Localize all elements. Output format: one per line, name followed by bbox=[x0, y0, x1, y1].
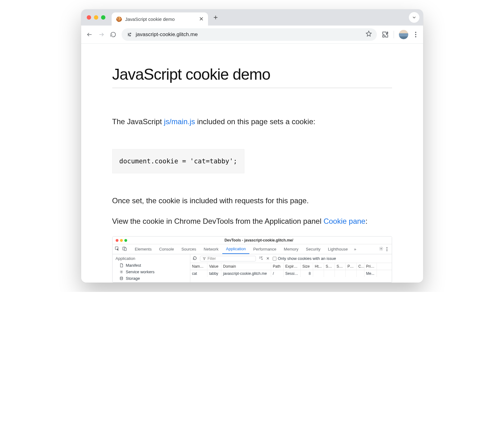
tab-close-button[interactable]: ✕ bbox=[199, 16, 204, 22]
devtools-tab-memory[interactable]: Memory bbox=[280, 244, 302, 254]
devtools-minimize-button[interactable] bbox=[120, 239, 123, 242]
cell-expires: Session bbox=[284, 270, 301, 277]
extensions-button[interactable] bbox=[382, 31, 389, 38]
col-expires[interactable]: Expires /... bbox=[284, 263, 301, 270]
refresh-cookies-button[interactable] bbox=[193, 256, 197, 261]
page-title: JavaScript cookie demo bbox=[112, 65, 392, 83]
tab-overflow-button[interactable] bbox=[409, 12, 419, 23]
devtools-tab-elements[interactable]: Elements bbox=[131, 244, 155, 254]
col-value[interactable]: Value bbox=[207, 263, 221, 270]
col-size[interactable]: Size bbox=[301, 263, 313, 270]
svg-point-1 bbox=[128, 34, 129, 35]
svg-point-0 bbox=[130, 33, 131, 34]
devtools-tab-network[interactable]: Network bbox=[200, 244, 222, 254]
code-block: document.cookie = 'cat=tabby'; bbox=[112, 149, 244, 173]
checkbox-label: Only show cookies with an issue bbox=[278, 256, 336, 261]
col-path[interactable]: Path bbox=[271, 263, 284, 270]
svg-point-2 bbox=[129, 35, 130, 36]
svg-point-7 bbox=[121, 271, 122, 272]
devtools-sidebar: Application Manifest Service workers Sto… bbox=[113, 254, 190, 282]
inspect-icon[interactable] bbox=[115, 246, 119, 252]
devtools-tabbar: Elements Console Sources Network Applica… bbox=[113, 244, 392, 254]
file-icon bbox=[119, 263, 123, 267]
url-text: javascript-cookie.glitch.me bbox=[136, 31, 362, 38]
col-name[interactable]: Name ▲ bbox=[190, 263, 207, 270]
divider bbox=[112, 88, 392, 88]
chrome-menu-button[interactable] bbox=[413, 30, 418, 39]
site-settings-icon[interactable] bbox=[127, 32, 132, 37]
devtools-tab-performance[interactable]: Performance bbox=[249, 244, 280, 254]
arrow-right-icon bbox=[98, 31, 104, 38]
only-issue-checkbox[interactable]: Only show cookies with an issue bbox=[273, 256, 336, 261]
devtools-tab-application[interactable]: Application bbox=[222, 244, 250, 254]
col-secure[interactable]: Se... bbox=[324, 263, 335, 270]
new-tab-button[interactable]: + bbox=[211, 12, 220, 23]
tab-strip: 🍪 JavaScript cookie demo ✕ + bbox=[81, 9, 423, 26]
devtools-tab-security[interactable]: Security bbox=[302, 244, 324, 254]
sidebar-item-manifest[interactable]: Manifest bbox=[116, 262, 187, 269]
table-row[interactable]: cat tabby javascript-cookie.glitch.me / … bbox=[190, 270, 392, 277]
browser-toolbar: javascript-cookie.glitch.me bbox=[81, 26, 423, 44]
reload-button[interactable] bbox=[110, 31, 117, 38]
sidebar-label: Storage bbox=[126, 276, 140, 281]
cell-value: tabby bbox=[207, 270, 221, 277]
cell-domain: javascript-cookie.glitch.me bbox=[221, 270, 271, 277]
devtools-main: Filter ✕ Only show cookies with an issue bbox=[190, 254, 392, 282]
back-button[interactable] bbox=[86, 31, 93, 38]
bookmark-button[interactable] bbox=[366, 30, 372, 38]
sidebar-item-storage[interactable]: Storage bbox=[116, 275, 187, 282]
text: : bbox=[365, 217, 368, 225]
mainjs-link[interactable]: js/main.js bbox=[164, 117, 195, 126]
clear-filter-button[interactable] bbox=[259, 256, 263, 261]
address-bar[interactable]: javascript-cookie.glitch.me bbox=[122, 28, 377, 41]
minimize-window-button[interactable] bbox=[94, 15, 98, 20]
paragraph-2: Once set, the cookie is included with re… bbox=[112, 195, 392, 206]
devtools-menu-button[interactable] bbox=[385, 247, 389, 251]
col-samesite[interactable]: Sa... bbox=[335, 263, 346, 270]
devtools-settings-button[interactable] bbox=[378, 246, 385, 252]
cell-secure bbox=[324, 270, 335, 277]
cell-partition bbox=[346, 270, 357, 277]
devtools-more-tabs[interactable]: » bbox=[351, 247, 358, 251]
col-priority[interactable]: Prio... bbox=[364, 263, 377, 270]
chevron-down-icon bbox=[412, 15, 417, 20]
svg-rect-5 bbox=[124, 248, 126, 251]
text: included on this page sets a cookie: bbox=[195, 117, 315, 126]
devtools-tab-console[interactable]: Console bbox=[155, 244, 178, 254]
devtools-traffic-lights bbox=[116, 239, 127, 242]
cell-size: 8 bbox=[301, 270, 313, 277]
devtools-close-button[interactable] bbox=[116, 239, 118, 242]
device-toggle-icon[interactable] bbox=[123, 246, 127, 252]
paragraph-3: View the cookie in Chrome DevTools from … bbox=[112, 216, 392, 227]
table-header: Name ▲ Value Domain Path Expires /... Si… bbox=[190, 263, 392, 270]
col-domain[interactable]: Domain bbox=[221, 263, 271, 270]
svg-point-8 bbox=[120, 277, 123, 278]
page-viewport: JavaScript cookie demo The JavaScript js… bbox=[81, 44, 423, 283]
arrow-left-icon bbox=[86, 31, 93, 38]
devtools-tab-lighthouse[interactable]: Lighthouse bbox=[324, 244, 352, 254]
maximize-window-button[interactable] bbox=[101, 15, 105, 20]
sidebar-label: Manifest bbox=[126, 263, 141, 268]
cookies-table: Name ▲ Value Domain Path Expires /... Si… bbox=[190, 263, 392, 282]
cell-path: / bbox=[271, 270, 284, 277]
profile-avatar[interactable] bbox=[399, 30, 408, 39]
clear-all-button[interactable]: ✕ bbox=[266, 256, 270, 261]
col-httponly[interactable]: Ht... bbox=[313, 263, 324, 270]
cell-priority: Me... bbox=[364, 270, 377, 277]
devtools-tab-sources[interactable]: Sources bbox=[178, 244, 200, 254]
col-cross[interactable]: C.. bbox=[357, 263, 364, 270]
filter-input[interactable]: Filter bbox=[200, 256, 256, 261]
cookie-pane-link[interactable]: Cookie pane bbox=[323, 217, 365, 225]
filter-placeholder: Filter bbox=[208, 256, 216, 261]
devtools-maximize-button[interactable] bbox=[124, 239, 127, 242]
cell-name: cat bbox=[190, 270, 207, 277]
sidebar-item-service-workers[interactable]: Service workers bbox=[116, 269, 187, 275]
col-partition[interactable]: Pa... bbox=[346, 263, 357, 270]
toolbar-separator bbox=[394, 31, 394, 38]
devtools-title: DevTools - javascript-cookie.glitch.me/ bbox=[129, 238, 389, 242]
cell-cross bbox=[357, 270, 364, 277]
close-window-button[interactable] bbox=[87, 15, 91, 20]
browser-tab[interactable]: 🍪 JavaScript cookie demo ✕ bbox=[112, 12, 208, 26]
tab-title: JavaScript cookie demo bbox=[125, 16, 175, 22]
forward-button[interactable] bbox=[98, 31, 105, 38]
